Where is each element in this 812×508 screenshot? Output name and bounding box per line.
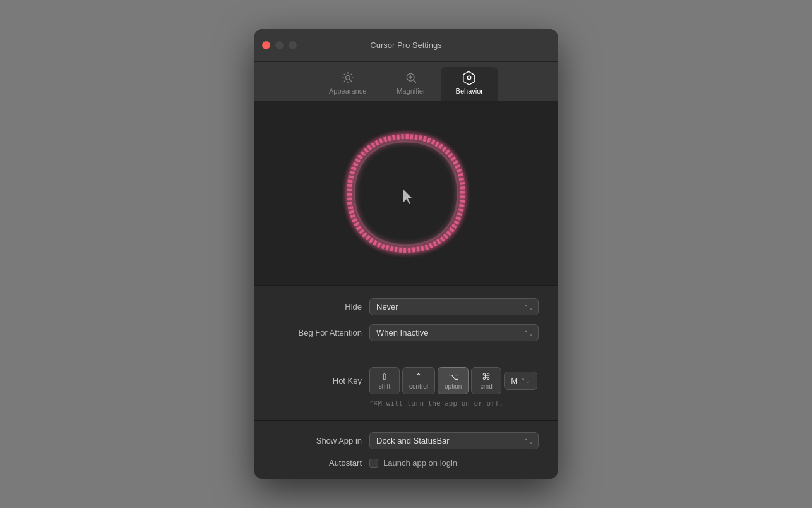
hotkey-hint-text: ⌃⌘M will turn the app on or off. [369, 399, 503, 408]
hide-select[interactable]: Never When Inactive Always [369, 298, 539, 315]
beg-select-wrapper: Never When Inactive Always [369, 324, 539, 341]
preview-area [254, 102, 558, 285]
tab-magnifier[interactable]: Magnifier [381, 67, 440, 101]
hide-section: Hide Never When Inactive Always Beg For … [254, 286, 558, 354]
traffic-lights [262, 41, 297, 49]
cmd-symbol: ⌘ [482, 372, 491, 382]
hotkey-label: Hot Key [273, 376, 362, 385]
show-app-label: Show App in [273, 436, 362, 445]
key-letter-value: M [511, 376, 518, 385]
autostart-checkbox[interactable] [369, 459, 378, 468]
beg-for-attention-select[interactable]: Never When Inactive Always [369, 324, 539, 341]
autostart-checkbox-label: Launch app on login [383, 458, 457, 468]
stepper-icon: ⌃⌄ [520, 377, 530, 384]
show-app-row: Show App in Dock and StatusBar Dock Only… [273, 432, 539, 449]
key-option[interactable]: ⌥ option [438, 367, 469, 394]
key-cmd[interactable]: ⌘ cmd [471, 367, 501, 394]
option-name: option [445, 383, 462, 390]
key-letter[interactable]: M ⌃⌄ [504, 372, 537, 390]
window-title: Cursor Pro Settings [370, 40, 441, 50]
autostart-row: Autostart Launch app on login [273, 458, 539, 468]
beg-for-attention-row: Beg For Attention Never When Inactive Al… [273, 324, 539, 341]
hide-label: Hide [273, 302, 362, 311]
autostart-control: Launch app on login [369, 458, 539, 468]
cursor-preview-icon [403, 190, 416, 209]
magnifier-icon [404, 71, 418, 85]
tab-appearance-label: Appearance [329, 87, 366, 95]
beg-for-attention-control: Never When Inactive Always [369, 324, 539, 341]
hide-row: Hide Never When Inactive Always [273, 298, 539, 315]
svg-line-2 [414, 80, 416, 83]
beg-for-attention-label: Beg For Attention [273, 328, 362, 337]
hide-select-wrapper: Never When Inactive Always [369, 298, 539, 315]
close-button[interactable] [262, 41, 270, 49]
cursor-ring [337, 124, 475, 263]
cmd-name: cmd [481, 383, 493, 390]
hotkey-hint: ⌃⌘M will turn the app on or off. [369, 399, 539, 408]
control-name: control [409, 383, 428, 390]
tab-behavior[interactable]: Behavior [441, 67, 498, 101]
minimize-button[interactable] [275, 41, 284, 49]
show-app-select[interactable]: Dock and StatusBar Dock Only StatusBar O… [369, 432, 539, 449]
shift-symbol: ⇧ [381, 372, 388, 382]
hotkey-keys: ⇧ shift ⌃ control ⌥ option ⌘ cmd M ⌃⌄ [369, 367, 537, 394]
svg-point-5 [468, 76, 472, 80]
tab-behavior-label: Behavior [456, 87, 483, 95]
key-shift[interactable]: ⇧ shift [369, 367, 400, 394]
tab-magnifier-label: Magnifier [397, 87, 425, 95]
title-bar: Cursor Pro Settings [254, 29, 558, 62]
key-control[interactable]: ⌃ control [402, 367, 435, 394]
shift-name: shift [379, 383, 390, 390]
behavior-icon [462, 71, 476, 85]
option-symbol: ⌥ [448, 372, 458, 382]
hotkey-section: Hot Key ⇧ shift ⌃ control ⌥ option ⌘ cmd [254, 354, 558, 420]
control-symbol: ⌃ [415, 372, 422, 382]
show-app-control: Dock and StatusBar Dock Only StatusBar O… [369, 432, 539, 449]
hide-control: Never When Inactive Always [369, 298, 539, 315]
maximize-button[interactable] [289, 41, 297, 49]
show-app-section: Show App in Dock and StatusBar Dock Only… [254, 421, 558, 479]
autostart-label: Autostart [273, 458, 362, 468]
hotkey-row: Hot Key ⇧ shift ⌃ control ⌥ option ⌘ cmd [273, 367, 539, 394]
tab-appearance[interactable]: Appearance [314, 67, 381, 101]
settings-window: Cursor Pro Settings Appearance Ma [254, 29, 558, 479]
tab-bar: Appearance Magnifier Behavior [254, 62, 558, 102]
svg-point-0 [345, 76, 350, 80]
show-app-select-wrapper: Dock and StatusBar Dock Only StatusBar O… [369, 432, 539, 449]
appearance-icon [341, 71, 355, 85]
